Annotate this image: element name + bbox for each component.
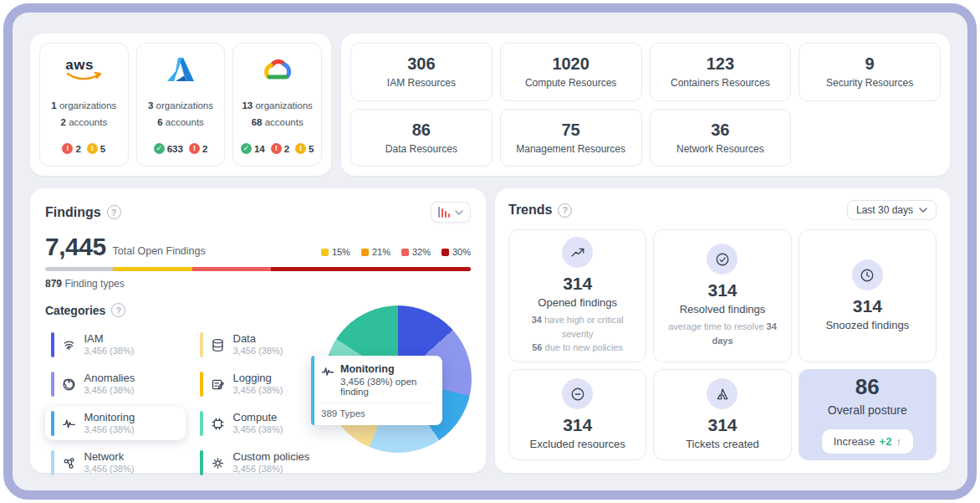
resource-count: 36 <box>711 121 729 140</box>
dashboard: aws 1 organizations 2 accounts !2 !5 <box>0 0 980 503</box>
category-label: Logging <box>233 372 283 385</box>
aws-smile-arrow-icon <box>65 72 102 81</box>
finding-types-line: 879 Finding types <box>45 278 471 290</box>
org-count-line: 1 organizations <box>51 98 116 115</box>
resource-card-security[interactable]: 9 Security Resources <box>799 43 941 101</box>
resource-label: IAM Resources <box>387 77 456 89</box>
severity-legend: 15% 21% 32% 30% <box>321 247 471 257</box>
trend-card-tickets-created[interactable]: 314 Tickets created <box>653 369 791 460</box>
success-badge: ✓633 <box>154 143 183 154</box>
tooltip-detail: 3,456 (38%) open finding <box>340 377 434 397</box>
trend-subtext: 34 have high or critical severity 56 due… <box>516 313 639 355</box>
arrow-up-icon: ↑ <box>896 435 901 448</box>
database-icon <box>210 336 227 353</box>
category-stat: 3,456 (38%) <box>84 424 135 436</box>
category-stat: 3,456 (38%) <box>84 385 135 397</box>
chart-type-selector[interactable] <box>431 202 472 223</box>
clock-icon <box>852 259 883 290</box>
error-badge: !2 <box>271 143 289 154</box>
category-color-bar <box>51 450 54 475</box>
category-item-network[interactable]: Network 3,456 (38%) <box>45 446 186 480</box>
log-edit-icon <box>210 376 227 393</box>
success-badge: ✓14 <box>241 143 265 154</box>
trend-value: 314 <box>563 275 592 292</box>
category-color-bar <box>200 450 203 475</box>
account-count-line: 68 accounts <box>242 115 312 131</box>
error-badge: !2 <box>189 143 207 154</box>
resource-label: Management Resources <box>516 143 625 155</box>
category-color-bar <box>200 372 203 397</box>
provider-card-google-cloud[interactable]: 13 organizations 68 accounts ✓14 !2 !5 <box>232 43 322 167</box>
error-icon: ! <box>62 143 73 154</box>
legend-item-low: 15% <box>321 247 350 257</box>
trend-subtext: average time to resolve 34 days <box>661 320 783 347</box>
chevron-down-icon <box>455 210 463 215</box>
posture-score: 86 <box>855 376 880 398</box>
resource-count: 9 <box>865 54 875 74</box>
category-stat: 3,456 (38%) <box>84 346 135 357</box>
provider-card-aws[interactable]: aws 1 organizations 2 accounts !2 !5 <box>39 43 129 167</box>
aws-logo: aws <box>65 54 102 85</box>
resource-count: 123 <box>707 54 734 74</box>
trend-label: Resolved findings <box>680 303 766 316</box>
google-cloud-logo-icon <box>261 54 294 85</box>
resource-card-compute[interactable]: 1020 Compute Resources <box>500 43 642 101</box>
categories-grid: IAM 3,456 (38%) Data 3,456 (38%) <box>45 328 338 480</box>
findings-title: Findings <box>45 205 101 220</box>
category-color-bar <box>51 332 54 357</box>
category-item-anomalies[interactable]: Anomalies 3,456 (38%) <box>45 367 186 401</box>
category-label: Custom policies <box>233 450 310 464</box>
warning-badge: !5 <box>295 143 314 154</box>
help-icon[interactable]: ? <box>111 303 125 317</box>
legend-item-medium: 21% <box>361 247 390 257</box>
resource-count: 75 <box>562 121 580 140</box>
trend-value: 314 <box>707 416 737 434</box>
resource-label: Data Resources <box>385 143 457 155</box>
cpu-chip-icon <box>210 415 227 432</box>
trend-card-opened-findings[interactable]: 314 Opened findings 34 have high or crit… <box>508 229 646 362</box>
help-icon[interactable]: ? <box>558 203 572 218</box>
trend-value: 314 <box>707 281 737 299</box>
bar-chart-icon <box>438 207 451 218</box>
trend-label: Tickets created <box>686 438 759 450</box>
category-color-bar <box>51 372 54 397</box>
org-count-line: 3 organizations <box>148 98 213 115</box>
resource-card-containers[interactable]: 123 Containers Resources <box>650 43 792 101</box>
trend-value: 314 <box>563 416 592 434</box>
help-icon[interactable]: ? <box>107 205 121 219</box>
trend-card-excluded-resources[interactable]: 314 Excluded resources <box>508 369 646 460</box>
legend-item-critical: 30% <box>442 247 471 257</box>
cloud-providers-panel: aws 1 organizations 2 accounts !2 !5 <box>30 33 331 176</box>
category-item-monitoring[interactable]: Monitoring 3,456 (38%) <box>45 407 186 440</box>
check-circle-icon <box>707 244 738 275</box>
minus-circle-icon <box>562 378 593 409</box>
warning-badge: !5 <box>87 143 105 154</box>
resource-card-network[interactable]: 36 Network Resources <box>650 109 792 167</box>
waveform-icon <box>321 365 334 397</box>
check-icon: ✓ <box>241 143 252 154</box>
trend-card-resolved-findings[interactable]: 314 Resolved findings average time to re… <box>653 229 791 362</box>
total-open-findings-count: 7,445 <box>45 234 106 259</box>
tooltip-types: 389 Types <box>321 408 434 418</box>
trend-card-snoozed-findings[interactable]: 314 Snoozed findings <box>799 229 937 362</box>
category-stat: 3,456 (38%) <box>233 424 283 436</box>
resource-count: 1020 <box>552 54 590 74</box>
resources-panel: 306 IAM Resources 1020 Compute Resources… <box>341 33 950 176</box>
date-range-select[interactable]: Last 30 days <box>847 200 937 220</box>
trend-value: 314 <box>853 297 882 315</box>
resource-card-data[interactable]: 86 Data Resources <box>350 109 493 167</box>
resource-card-management[interactable]: 75 Management Resources <box>500 109 642 167</box>
category-item-custom-policies[interactable]: Custom policies 3,456 (38%) <box>194 446 334 480</box>
provider-card-azure[interactable]: 3 organizations 6 accounts ✓633 !2 <box>136 43 226 167</box>
severity-segment <box>45 267 113 271</box>
category-stat: 3,456 (38%) <box>233 385 283 397</box>
anomaly-spiral-icon <box>61 376 78 393</box>
resource-card-iam[interactable]: 306 IAM Resources <box>350 43 493 101</box>
waveform-icon <box>61 415 78 432</box>
trends-grid: 314 Opened findings 34 have high or crit… <box>508 229 937 455</box>
resource-label: Containers Resources <box>671 77 770 89</box>
trend-card-overall-posture[interactable]: 86 Overall posture Increase +2 ↑ <box>799 369 937 460</box>
network-nodes-icon <box>61 454 78 471</box>
category-label: Network <box>84 450 135 464</box>
category-item-iam[interactable]: IAM 3,456 (38%) <box>45 328 186 362</box>
